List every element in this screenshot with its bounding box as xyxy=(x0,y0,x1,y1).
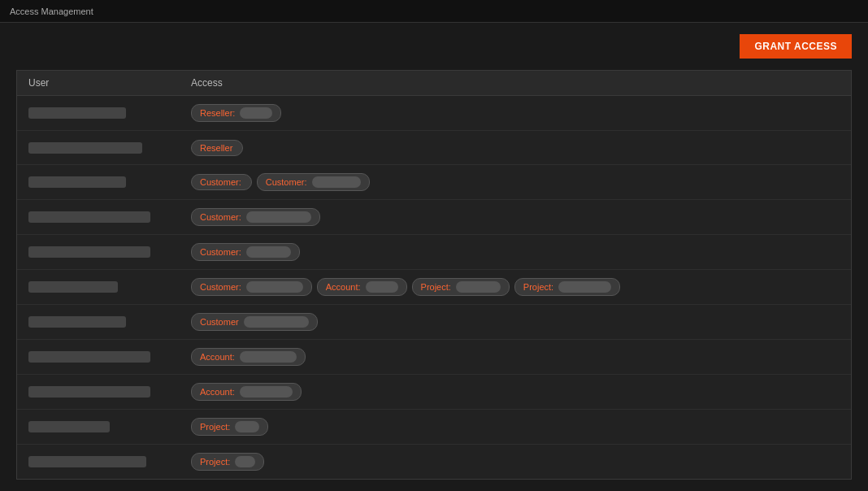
user-cell xyxy=(28,316,191,328)
user-placeholder xyxy=(28,142,142,154)
badge-value xyxy=(312,176,361,188)
badge-label: Customer: xyxy=(200,177,241,187)
badge-customer: Customer: xyxy=(191,208,320,226)
access-cell: Reseller: xyxy=(191,104,840,122)
user-placeholder xyxy=(28,456,146,467)
access-cell: Reseller xyxy=(191,140,840,156)
access-cell: Customer: xyxy=(191,243,840,261)
badge-value xyxy=(246,211,311,223)
table-row[interactable]: Account: xyxy=(17,340,851,375)
access-cell: Customer xyxy=(191,313,840,331)
access-cell: Project: xyxy=(191,418,840,436)
badge-label: Customer: xyxy=(200,212,241,222)
badge-label: Customer xyxy=(200,317,239,327)
badge-project: Project: xyxy=(412,278,510,296)
user-placeholder xyxy=(28,386,150,398)
user-cell xyxy=(28,351,191,363)
user-placeholder xyxy=(28,421,110,432)
badge-label: Customer: xyxy=(200,247,241,257)
badge-value xyxy=(235,421,259,432)
user-placeholder xyxy=(28,281,118,293)
access-cell: Customer: xyxy=(191,208,840,226)
badge-customer: Customer: xyxy=(191,174,252,190)
table-header: User Access xyxy=(17,71,851,96)
table-body: Reseller:ResellerCustomer:Customer:Custo… xyxy=(17,96,851,479)
user-cell xyxy=(28,107,191,119)
badge-customer: Customer: xyxy=(191,278,312,296)
table-row[interactable]: Customer xyxy=(17,305,851,340)
user-placeholder xyxy=(28,316,126,328)
badge-reseller: Reseller: xyxy=(191,104,281,122)
access-cell: Account: xyxy=(191,383,840,401)
table-row[interactable]: Customer:Account:Project:Project: xyxy=(17,270,851,305)
badge-project: Project: xyxy=(191,453,264,471)
table-row[interactable]: Customer:Customer: xyxy=(17,165,851,200)
access-table: User Access Reseller:ResellerCustomer:Cu… xyxy=(16,70,852,480)
badge-value xyxy=(558,281,611,293)
user-placeholder xyxy=(28,211,150,223)
table-row[interactable]: Project: xyxy=(17,445,851,479)
user-cell xyxy=(28,142,191,154)
table-row[interactable]: Project: xyxy=(17,410,851,445)
user-cell xyxy=(28,386,191,398)
user-cell xyxy=(28,281,191,293)
badge-label: Account: xyxy=(200,352,235,362)
access-cell: Account: xyxy=(191,348,840,366)
badge-label: Project: xyxy=(200,422,230,432)
column-user: User xyxy=(28,77,191,89)
app-title: Access Management xyxy=(10,7,93,16)
table-row[interactable]: Account: xyxy=(17,375,851,410)
user-cell xyxy=(28,246,191,258)
badge-customer: Customer xyxy=(191,313,318,331)
table-row[interactable]: Customer: xyxy=(17,235,851,270)
user-placeholder xyxy=(28,351,150,363)
table-row[interactable]: Customer: xyxy=(17,200,851,235)
badge-account: Account: xyxy=(191,348,306,366)
badge-value xyxy=(244,316,309,328)
badge-account: Account: xyxy=(191,383,302,401)
access-cell: Customer:Customer: xyxy=(191,173,840,191)
table-row[interactable]: Reseller xyxy=(17,131,851,165)
badge-label: Project: xyxy=(421,282,451,292)
badge-project: Project: xyxy=(191,418,268,436)
badge-value xyxy=(235,456,255,467)
badge-label: Reseller xyxy=(200,143,232,153)
badge-label: Customer: xyxy=(200,282,241,292)
badge-value xyxy=(246,281,303,293)
badge-value xyxy=(240,386,293,398)
access-cell: Project: xyxy=(191,453,840,471)
badge-label: Account: xyxy=(200,387,235,397)
user-cell xyxy=(28,456,191,467)
badge-project: Project: xyxy=(514,278,620,296)
badge-label: Project: xyxy=(523,282,553,292)
table-row[interactable]: Reseller: xyxy=(17,96,851,131)
badge-label: Project: xyxy=(200,457,230,467)
access-cell: Customer:Account:Project:Project: xyxy=(191,278,840,296)
badge-value xyxy=(240,107,272,119)
badge-value xyxy=(456,281,501,293)
toolbar: GRANT ACCESS xyxy=(0,23,868,70)
badge-customer: Customer: xyxy=(191,243,300,261)
user-placeholder xyxy=(28,246,150,258)
badge-value xyxy=(246,246,291,258)
user-placeholder xyxy=(28,107,126,119)
badge-label: Account: xyxy=(326,282,361,292)
badge-label: Reseller: xyxy=(200,108,235,118)
badge-reseller: Reseller xyxy=(191,140,243,156)
column-access: Access xyxy=(191,77,840,89)
badge-value xyxy=(366,281,398,293)
user-cell xyxy=(28,211,191,223)
user-placeholder xyxy=(28,176,126,188)
badge-label: Customer: xyxy=(266,177,307,187)
user-cell xyxy=(28,176,191,188)
user-cell xyxy=(28,421,191,432)
badge-value xyxy=(240,351,297,363)
badge-account: Account: xyxy=(317,278,407,296)
grant-access-button[interactable]: GRANT ACCESS xyxy=(740,34,852,59)
badge-customer: Customer: xyxy=(257,173,370,191)
header-bar: Access Management xyxy=(0,0,868,23)
